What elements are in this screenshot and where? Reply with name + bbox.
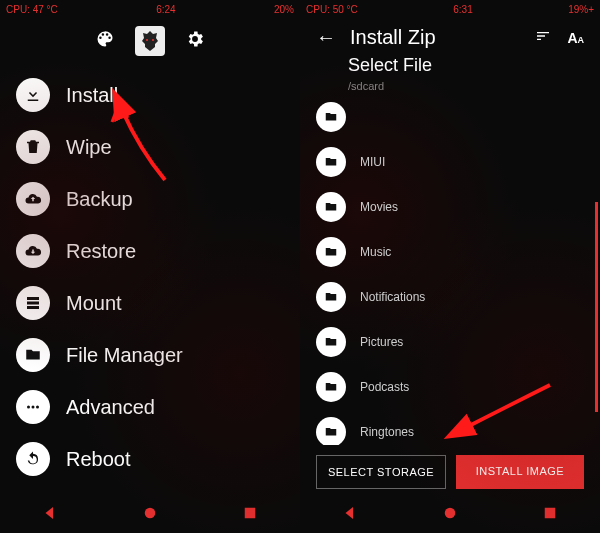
- select-file-label: Select File: [348, 55, 552, 76]
- svg-point-7: [445, 508, 456, 519]
- left-screen: CPU: 47 °C 6:24 20% Install Wipe Backup: [0, 0, 300, 533]
- file-list[interactable]: MIUI Movies Music Notifications Pictures…: [300, 102, 600, 445]
- menu-item-restore[interactable]: Restore: [16, 234, 284, 268]
- list-item[interactable]: Movies: [316, 192, 584, 222]
- battery: 20%: [274, 4, 294, 15]
- svg-point-3: [32, 406, 35, 409]
- folder-icon: [316, 372, 346, 402]
- menu-label: Reboot: [66, 448, 131, 471]
- nav-recent-icon[interactable]: [541, 504, 559, 526]
- palette-icon[interactable]: [95, 29, 115, 54]
- menu-label: File Manager: [66, 344, 183, 367]
- file-name: Movies: [360, 200, 398, 214]
- refresh-icon: [16, 442, 50, 476]
- scrollbar[interactable]: [595, 202, 598, 412]
- nav-back-icon[interactable]: [41, 504, 59, 526]
- list-item[interactable]: Pictures: [316, 327, 584, 357]
- menu-label: Backup: [66, 188, 133, 211]
- file-name: Pictures: [360, 335, 403, 349]
- menu-item-backup[interactable]: Backup: [16, 182, 284, 216]
- menu-label: Restore: [66, 240, 136, 263]
- cpu-temp: CPU: 47 °C: [6, 4, 58, 15]
- file-name: Podcasts: [360, 380, 409, 394]
- file-name: Notifications: [360, 290, 425, 304]
- page-header: ← Install Zip AA: [300, 18, 600, 55]
- list-item[interactable]: MIUI: [316, 147, 584, 177]
- main-menu: Install Wipe Backup Restore Mount File M…: [0, 70, 300, 497]
- select-storage-button[interactable]: SELECT STORAGE: [316, 455, 446, 489]
- menu-item-wipe[interactable]: Wipe: [16, 130, 284, 164]
- folder-icon: [316, 417, 346, 445]
- svg-point-1: [152, 39, 154, 41]
- install-image-button[interactable]: INSTALL IMAGE: [456, 455, 584, 489]
- svg-point-0: [146, 39, 148, 41]
- file-name: Music: [360, 245, 391, 259]
- menu-item-filemanager[interactable]: File Manager: [16, 338, 284, 372]
- clock: 6:31: [453, 4, 472, 15]
- nav-bar: [300, 497, 600, 533]
- svg-point-2: [27, 406, 30, 409]
- svg-rect-8: [545, 508, 556, 519]
- folder-icon: [316, 237, 346, 267]
- current-path: /sdcard: [348, 80, 552, 92]
- right-screen: CPU: 50 °C 6:31 19%+ ← Install Zip AA Se…: [300, 0, 600, 533]
- app-header: [0, 26, 300, 56]
- sort-icon[interactable]: [533, 28, 553, 47]
- folder-icon: [16, 338, 50, 372]
- select-file-header: Select File /sdcard: [300, 55, 600, 102]
- menu-item-reboot[interactable]: Reboot: [16, 442, 284, 476]
- list-item[interactable]: Music: [316, 237, 584, 267]
- back-arrow-icon[interactable]: ←: [316, 26, 336, 49]
- cloud-down-icon: [16, 234, 50, 268]
- dots-icon: [16, 390, 50, 424]
- wolf-logo: [135, 26, 165, 56]
- menu-label: Wipe: [66, 136, 112, 159]
- nav-bar: [0, 497, 300, 533]
- svg-point-4: [36, 406, 39, 409]
- folder-icon: [316, 102, 346, 132]
- font-icon[interactable]: AA: [567, 30, 584, 46]
- menu-item-advanced[interactable]: Advanced: [16, 390, 284, 424]
- battery: 19%+: [568, 4, 594, 15]
- list-item[interactable]: Ringtones: [316, 417, 584, 445]
- list-item[interactable]: Notifications: [316, 282, 584, 312]
- status-bar: CPU: 47 °C 6:24 20%: [0, 0, 300, 18]
- trash-icon: [16, 130, 50, 164]
- svg-rect-6: [245, 508, 256, 519]
- clock: 6:24: [156, 4, 175, 15]
- svg-point-5: [145, 508, 156, 519]
- cloud-up-icon: [16, 182, 50, 216]
- nav-home-icon[interactable]: [141, 504, 159, 526]
- folder-icon: [316, 192, 346, 222]
- gear-icon[interactable]: [185, 29, 205, 54]
- folder-icon: [316, 327, 346, 357]
- status-bar: CPU: 50 °C 6:31 19%+: [300, 0, 600, 18]
- list-item[interactable]: [316, 102, 584, 132]
- server-icon: [16, 286, 50, 320]
- menu-item-mount[interactable]: Mount: [16, 286, 284, 320]
- menu-label: Mount: [66, 292, 122, 315]
- cpu-temp: CPU: 50 °C: [306, 4, 358, 15]
- folder-icon: [316, 147, 346, 177]
- button-bar: SELECT STORAGE INSTALL IMAGE: [300, 445, 600, 497]
- nav-back-icon[interactable]: [341, 504, 359, 526]
- file-name: Ringtones: [360, 425, 414, 439]
- menu-label: Install: [66, 84, 118, 107]
- nav-home-icon[interactable]: [441, 504, 459, 526]
- file-name: MIUI: [360, 155, 385, 169]
- download-icon: [16, 78, 50, 112]
- list-item[interactable]: Podcasts: [316, 372, 584, 402]
- menu-item-install[interactable]: Install: [16, 78, 284, 112]
- nav-recent-icon[interactable]: [241, 504, 259, 526]
- folder-icon: [316, 282, 346, 312]
- page-title: Install Zip: [350, 26, 519, 49]
- menu-label: Advanced: [66, 396, 155, 419]
